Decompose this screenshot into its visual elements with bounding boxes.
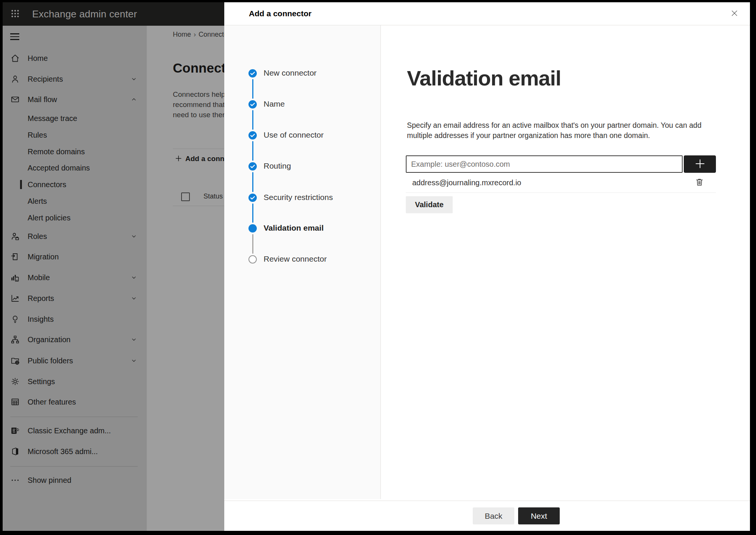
wizard-step-review-connector[interactable]: Review connector — [264, 254, 327, 264]
dim-overlay — [3, 2, 224, 531]
divider — [406, 192, 716, 193]
plus-icon — [694, 157, 706, 171]
step-connector-line — [252, 172, 253, 192]
wizard-step-routing[interactable]: Routing — [264, 161, 291, 171]
panel-title: Add a connector — [249, 2, 312, 25]
wizard-step-security-restrictions[interactable]: Security restrictions — [264, 193, 333, 202]
step-circle-todo — [248, 255, 257, 264]
back-button[interactable]: Back — [473, 507, 514, 524]
next-button[interactable]: Next — [518, 507, 560, 524]
wizard-step-new-connector[interactable]: New connector — [264, 68, 317, 78]
wizard-step-name[interactable]: Name — [264, 99, 285, 109]
panel-footer: Back Next — [224, 501, 750, 531]
email-address-value: address@journaling.mxrecord.io — [412, 178, 521, 187]
trash-icon — [695, 177, 704, 188]
validation-email-input[interactable] — [406, 155, 683, 173]
step-connector-line — [252, 203, 253, 223]
add-email-button[interactable] — [684, 155, 716, 173]
step-heading: Validation email — [407, 66, 561, 90]
step-connector-line — [252, 141, 253, 161]
wizard-stepper: New connectorNameUse of connectorRouting… — [224, 25, 381, 499]
step-circle-done — [248, 194, 257, 202]
wizard-step-validation-email[interactable]: Validation email — [264, 223, 324, 233]
step-connector-line — [252, 110, 253, 130]
step-circle-current — [248, 224, 257, 233]
close-icon — [730, 9, 739, 19]
panel-header: Add a connector — [224, 2, 750, 25]
step-connector-line — [252, 234, 253, 254]
step-circle-done — [248, 131, 257, 140]
step-circle-done — [248, 162, 257, 171]
step-description: Specify an email address for an active m… — [407, 120, 702, 141]
step-circle-done — [248, 69, 257, 78]
close-button[interactable] — [728, 8, 741, 20]
step-circle-done — [248, 100, 257, 109]
add-connector-panel: Add a connector New connectorNameUse of … — [224, 2, 750, 531]
delete-address-button[interactable] — [694, 177, 705, 188]
validate-button[interactable]: Validate — [406, 196, 453, 213]
email-address-row: address@journaling.mxrecord.io — [406, 173, 716, 192]
step-connector-line — [252, 79, 253, 99]
wizard-step-use-of-connector[interactable]: Use of connector — [264, 130, 324, 140]
